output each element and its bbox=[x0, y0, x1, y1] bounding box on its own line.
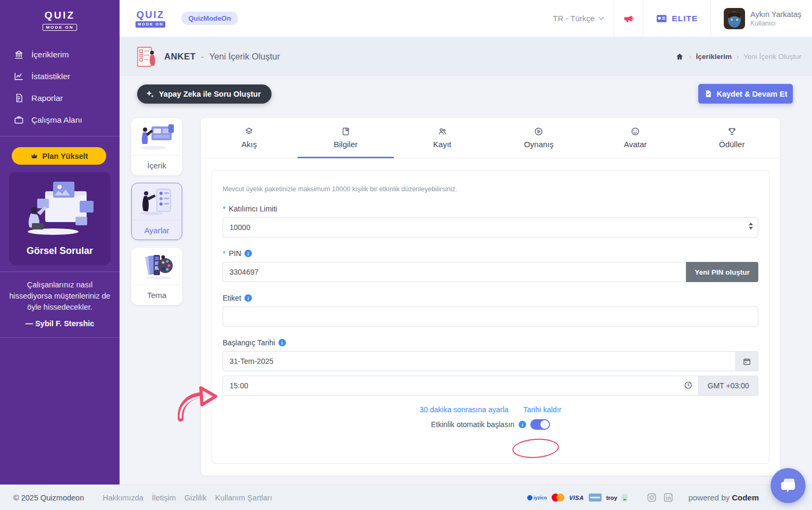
participant-limit-label: * Katılımcı Limiti bbox=[223, 205, 758, 213]
plan-badge-label: ELITE bbox=[672, 14, 698, 23]
side-tab-label: Tema bbox=[132, 285, 182, 304]
tag-input[interactable] bbox=[223, 307, 758, 327]
sidebar-item-contents[interactable]: İçeriklerim bbox=[0, 44, 120, 65]
chat-bubble-icon bbox=[780, 478, 797, 494]
side-tab-label: İçerik bbox=[132, 156, 182, 175]
top-bar: QUIZ MODE ON QuizModeOn TR - Türkçe ELIT… bbox=[120, 0, 812, 37]
promo-title: Görsel Sorular bbox=[14, 245, 105, 257]
new-pin-button[interactable]: Yeni PIN oluştur bbox=[686, 262, 758, 282]
side-tab-content[interactable]: İçerik bbox=[131, 118, 182, 175]
tab-info[interactable]: Bilgiler bbox=[298, 118, 394, 158]
visa-logo: VISA bbox=[569, 495, 584, 501]
sidebar-logo-subtext: MODE ON bbox=[43, 24, 77, 31]
tab-label: Avatar bbox=[624, 140, 647, 149]
tab-label: Ödüller bbox=[719, 140, 745, 149]
tab-registration[interactable]: Kayıt bbox=[394, 118, 490, 158]
auto-start-toggle[interactable] bbox=[530, 419, 550, 430]
info-icon[interactable]: i bbox=[519, 421, 526, 428]
tab-rewards[interactable]: Ödüller bbox=[683, 118, 780, 158]
tab-gameplay[interactable]: Oynanış bbox=[490, 118, 587, 158]
breadcrumb-contents[interactable]: İçeriklerim bbox=[696, 53, 732, 61]
footer: © 2025 Quizmodeon Hakkımızda İletişim Gi… bbox=[0, 484, 812, 510]
ai-generate-button[interactable]: Yapay Zeka ile Soru Oluştur bbox=[137, 84, 272, 104]
footer-link-about[interactable]: Hakkımızda bbox=[103, 494, 143, 502]
time-input[interactable] bbox=[223, 376, 699, 396]
start-date-text: Başlangıç Tarihi bbox=[223, 338, 275, 347]
promo-card[interactable]: Görsel Sorular bbox=[9, 172, 111, 265]
sidebar: QUIZ MODE ON İçeriklerim İstatistikler R… bbox=[0, 0, 120, 484]
content-type-label: ANKET bbox=[164, 52, 196, 62]
id-card-icon bbox=[656, 14, 667, 23]
sidebar-divider bbox=[0, 136, 120, 137]
info-icon[interactable]: i bbox=[244, 294, 252, 302]
toggle-knob bbox=[540, 420, 549, 429]
calendar-addon[interactable] bbox=[736, 351, 758, 371]
pin-text: PIN bbox=[229, 249, 241, 258]
info-icon[interactable]: i bbox=[244, 250, 252, 257]
etbis-logo bbox=[622, 494, 628, 502]
trophy-icon bbox=[728, 127, 737, 136]
participant-limit-wrap bbox=[223, 217, 758, 237]
start-date-label: Başlangıç Tarihi i bbox=[223, 338, 758, 347]
sidebar-item-label: Raporlar bbox=[31, 94, 63, 103]
crown-icon bbox=[30, 152, 38, 160]
tab-label: Akış bbox=[241, 140, 257, 149]
sidebar-item-workspace[interactable]: Çalışma Alanı bbox=[0, 109, 120, 131]
breadcrumb-home[interactable] bbox=[675, 53, 684, 61]
upgrade-plan-button[interactable]: Plan Yükselt bbox=[12, 147, 106, 165]
remove-date-link[interactable]: Tarihi kaldır bbox=[523, 405, 562, 414]
theme-illustration bbox=[132, 248, 182, 285]
auto-start-label: Etkinlik otomatik başlasın bbox=[431, 420, 514, 429]
sidebar-logo[interactable]: QUIZ MODE ON bbox=[0, 0, 120, 31]
social-icons bbox=[647, 492, 673, 503]
tab-label: Bilgiler bbox=[334, 140, 358, 149]
footer-link-privacy[interactable]: Gizlilik bbox=[184, 494, 207, 502]
timezone-addon: GMT +03:00 bbox=[699, 376, 758, 396]
footer-link-contact[interactable]: İletişim bbox=[152, 494, 176, 502]
upgrade-plan-label: Plan Yükselt bbox=[43, 152, 88, 160]
sparkles-icon bbox=[146, 90, 154, 98]
sidebar-item-reports[interactable]: Raporlar bbox=[0, 87, 120, 109]
user-menu[interactable]: Aykın Yarkataş Kullanıcı bbox=[711, 8, 812, 29]
announcements-button[interactable] bbox=[614, 13, 643, 24]
date-input[interactable] bbox=[223, 351, 736, 371]
smiley-icon bbox=[631, 127, 640, 136]
date-group bbox=[223, 351, 758, 371]
side-tab-settings[interactable]: Ayarlar bbox=[131, 183, 182, 240]
set-30min-link[interactable]: 30 dakika sonrasına ayarla bbox=[420, 405, 509, 414]
powered-brand: Codem bbox=[732, 493, 759, 502]
tab-flow[interactable]: Akış bbox=[201, 118, 298, 158]
participant-limit-input[interactable] bbox=[223, 217, 758, 237]
number-stepper[interactable] bbox=[749, 223, 753, 230]
sidebar-logo-text: QUIZ bbox=[0, 10, 120, 21]
content-illustration bbox=[132, 118, 182, 156]
required-mark: * bbox=[223, 205, 225, 213]
tab-label: Kayıt bbox=[433, 140, 451, 149]
iyzico-icon bbox=[527, 495, 532, 500]
contents-icon bbox=[14, 49, 24, 60]
sidebar-item-statistics[interactable]: İstatistikler bbox=[0, 65, 120, 87]
breadcrumb: › İçeriklerim › Yeni İçerik Oluştur bbox=[675, 53, 801, 61]
header-logo[interactable]: QUIZ MODE ON bbox=[136, 10, 165, 28]
workspace-badge[interactable]: QuizModeOn bbox=[181, 12, 238, 25]
iyzico-logo: iyzico bbox=[527, 495, 547, 500]
chevron-right-icon: › bbox=[689, 53, 691, 61]
plan-badge[interactable]: ELITE bbox=[644, 14, 710, 23]
pin-input[interactable] bbox=[223, 262, 686, 282]
breadcrumb-current: Yeni İçerik Oluştur bbox=[743, 53, 801, 61]
statistics-icon bbox=[14, 71, 24, 81]
tab-avatar[interactable]: Avatar bbox=[587, 118, 684, 158]
footer-link-terms[interactable]: Kullanım Şartları bbox=[215, 494, 272, 502]
linkedin-icon[interactable] bbox=[663, 492, 673, 503]
language-selector[interactable]: TR - Türkçe bbox=[543, 14, 614, 23]
clock-button[interactable] bbox=[684, 381, 692, 392]
save-continue-button[interactable]: Kaydet & Devam Et bbox=[698, 84, 793, 104]
layers-icon bbox=[244, 127, 253, 136]
avatar bbox=[724, 8, 745, 29]
tab-label: Oynanış bbox=[524, 140, 554, 149]
instagram-icon[interactable] bbox=[647, 492, 657, 503]
chat-widget-button[interactable] bbox=[771, 468, 806, 503]
quote-author: — Sybil F. Stershic bbox=[7, 319, 112, 328]
side-tab-theme[interactable]: Tema bbox=[131, 248, 182, 305]
info-icon[interactable]: i bbox=[278, 339, 286, 346]
